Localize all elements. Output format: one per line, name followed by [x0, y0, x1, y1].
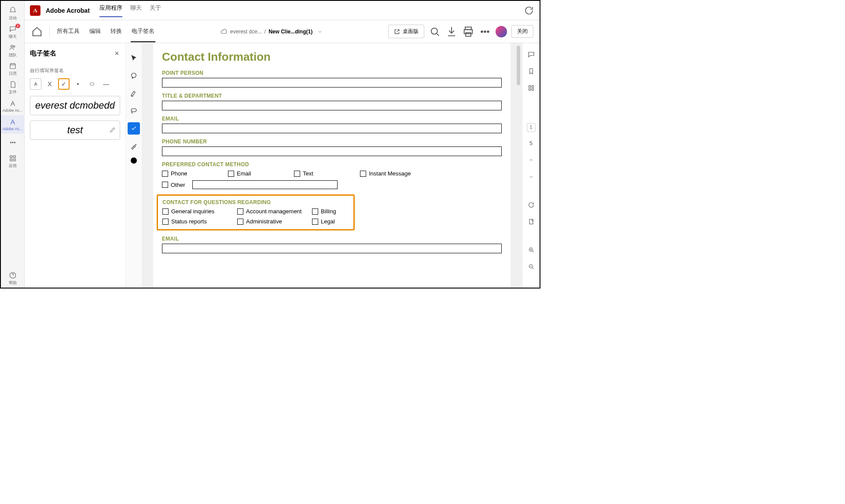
- field-title-dept[interactable]: [162, 101, 502, 110]
- comment-tool[interactable]: [128, 69, 140, 82]
- page-current[interactable]: 1: [527, 123, 536, 132]
- chk-label-other: Other: [171, 182, 185, 188]
- cursor-icon: [130, 55, 137, 62]
- tab-convert[interactable]: 转换: [110, 21, 123, 42]
- svg-point-19: [132, 73, 136, 78]
- lasso-tool[interactable]: [128, 105, 140, 117]
- page-view-button[interactable]: [526, 216, 536, 227]
- fill-sign-tool[interactable]: [128, 122, 140, 135]
- checkbox-gi[interactable]: [162, 208, 169, 215]
- tab-edit[interactable]: 编辑: [88, 21, 102, 42]
- highlight-tool[interactable]: [128, 87, 140, 99]
- chevron-down-icon[interactable]: [317, 29, 323, 35]
- checkbox-im[interactable]: [360, 171, 366, 177]
- rail-help[interactable]: 帮助: [1, 269, 25, 288]
- svg-point-17: [487, 31, 489, 33]
- rail-files[interactable]: 文件: [1, 78, 25, 97]
- dot-tool[interactable]: •: [72, 78, 84, 90]
- people-icon: [9, 44, 17, 51]
- checkbox-email[interactable]: [228, 171, 234, 177]
- bookmark-button[interactable]: [526, 66, 536, 77]
- pointer-tool[interactable]: [128, 52, 140, 64]
- thumbnails-button[interactable]: [526, 83, 536, 93]
- home-button[interactable]: [31, 26, 43, 38]
- document-viewport[interactable]: Contact Information POINT PERSON TITLE &…: [142, 43, 522, 288]
- signature-full[interactable]: everest dcmobedd: [30, 96, 120, 115]
- pencil-icon[interactable]: [109, 102, 116, 109]
- rail-calendar[interactable]: 日历: [1, 60, 25, 78]
- page-icon: [528, 218, 535, 225]
- rail-chat-label: 聊天: [9, 34, 17, 40]
- rotate-button[interactable]: [526, 200, 536, 210]
- panel-close-button[interactable]: ✕: [114, 50, 119, 57]
- rail-activity[interactable]: 活动: [1, 4, 25, 23]
- draw-tool[interactable]: [128, 140, 140, 152]
- field-email-2[interactable]: [162, 244, 502, 253]
- rail-apps[interactable]: 应用: [1, 152, 25, 171]
- rail-acrobat-2[interactable]: Adobe Ac...: [1, 115, 25, 134]
- right-rail: 1 5: [522, 43, 540, 288]
- checkbox-bill[interactable]: [312, 208, 318, 215]
- zoom-in-button[interactable]: [526, 245, 536, 255]
- rail-chat[interactable]: 1 聊天: [1, 23, 25, 41]
- svg-rect-25: [532, 88, 533, 90]
- tab-all-tools[interactable]: 所有工具: [56, 21, 81, 42]
- tab-application[interactable]: 应用程序: [99, 4, 122, 17]
- pencil-icon[interactable]: [109, 126, 116, 133]
- tab-about[interactable]: 关于: [150, 4, 161, 17]
- svg-point-3: [10, 142, 11, 143]
- more-button[interactable]: [479, 26, 491, 38]
- print-button[interactable]: [462, 26, 474, 38]
- external-icon: [394, 29, 400, 35]
- tab-chat[interactable]: 聊天: [130, 4, 142, 17]
- line-tool[interactable]: —: [100, 78, 112, 90]
- bell-icon: [9, 7, 17, 15]
- rail-acrobat-1[interactable]: Adobe Ac...: [1, 97, 25, 115]
- zoom-out-button[interactable]: [526, 261, 536, 272]
- checkbox-sr[interactable]: [162, 219, 169, 225]
- checkmark-tool[interactable]: ✓: [58, 78, 70, 90]
- grid-icon: [528, 84, 535, 91]
- field-point-person[interactable]: [162, 78, 502, 88]
- chk-label-phone: Phone: [171, 170, 187, 177]
- download-button[interactable]: [445, 26, 458, 38]
- tab-esign[interactable]: 电子签名: [131, 21, 155, 42]
- refresh-icon: [524, 5, 534, 16]
- breadcrumb-folder[interactable]: everest dce...: [230, 29, 262, 35]
- rail-teams[interactable]: 团队: [1, 41, 25, 60]
- circle-tool[interactable]: [86, 78, 98, 90]
- checkbox-am[interactable]: [237, 208, 243, 215]
- sign-tool-row: A X ✓ • —: [30, 78, 120, 90]
- user-avatar[interactable]: [496, 26, 507, 37]
- page-up-button[interactable]: [526, 155, 536, 165]
- checkbox-phone[interactable]: [162, 171, 168, 177]
- top-bar: A Adobe Acrobat 应用程序 聊天 关于: [25, 1, 540, 20]
- esign-panel: 电子签名 ✕ 自行填写并签名 A X ✓ • — everest dcmobed…: [25, 43, 126, 288]
- doc-heading: Contact Information: [162, 50, 502, 64]
- checkbox-legal[interactable]: [312, 219, 318, 225]
- field-email[interactable]: [162, 124, 502, 133]
- scrollbar[interactable]: [517, 46, 520, 85]
- text-tool[interactable]: A: [30, 78, 41, 90]
- checkbox-text[interactable]: [294, 171, 300, 177]
- close-button[interactable]: 关闭: [511, 25, 533, 38]
- color-picker[interactable]: [131, 157, 137, 164]
- x-tool[interactable]: X: [44, 78, 55, 90]
- chk-label-im: Instant Message: [369, 170, 411, 177]
- signature-full-text: everest dcmobedd: [35, 100, 115, 111]
- field-phone[interactable]: [162, 146, 502, 156]
- desktop-version-button[interactable]: 桌面版: [388, 25, 424, 38]
- search-button[interactable]: [429, 26, 441, 38]
- page-down-button[interactable]: [526, 172, 536, 182]
- breadcrumb-doc[interactable]: New Clie...ding(1): [268, 29, 312, 35]
- field-other[interactable]: [192, 180, 338, 189]
- comments-panel-button[interactable]: [526, 49, 536, 60]
- refresh-button[interactable]: [524, 5, 534, 16]
- acrobat-icon: [9, 118, 17, 126]
- rail-more[interactable]: [1, 134, 25, 152]
- checkbox-adm[interactable]: [237, 219, 243, 225]
- panel-subtitle: 自行填写并签名: [30, 67, 120, 74]
- signature-initials[interactable]: test: [30, 121, 120, 140]
- teams-left-rail: 活动 1 聊天 团队 日历 文件 Adobe Ac... Adobe Ac...: [1, 1, 25, 288]
- checkbox-other[interactable]: [162, 182, 168, 188]
